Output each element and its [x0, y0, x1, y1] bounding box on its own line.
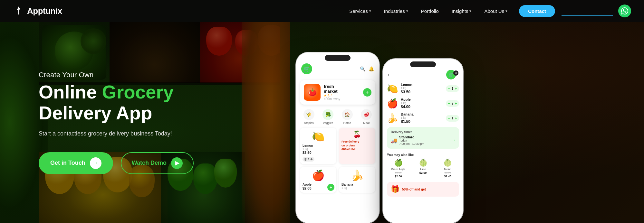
delivery-chevron-icon: ›	[454, 138, 455, 143]
nav-about[interactable]: About Us ▾	[479, 6, 513, 16]
search-icon: 🔍	[360, 66, 365, 71]
logo[interactable]: Apptunix	[13, 5, 62, 17]
nav-links: Services ▾ Industries ▾ Portfolio Insigh…	[344, 6, 513, 16]
delivery-box: Delivery time: 🚚 Standard Today 7:00 pm …	[387, 127, 459, 149]
banana-emoji: 🍌	[341, 169, 373, 181]
cart-items: 🍋 Lemon 1 kg $3.50 − 1 +	[383, 83, 463, 124]
phones-container: 🛒 🔍 🔔 🍅 freshmarket ★ 4.7 400m away +	[280, 22, 644, 223]
cta-row: Get in Touch → Watch Demo ▶	[39, 152, 261, 174]
hero-content: Create Your Own Online Grocery Delivery …	[0, 22, 280, 223]
product-grid: 🍋 Lemon 1 kg $3.50 🗑 1 ⊕ 🍒 Free delivery…	[296, 126, 379, 194]
lemon-emoji: 🍋	[303, 130, 334, 143]
pre-headline: Create Your Own	[39, 71, 261, 79]
banana-weight: 1 kg	[341, 186, 373, 190]
whatsapp-button[interactable]	[618, 5, 631, 17]
app-logo-icon: 🛒	[301, 63, 312, 74]
fresh-market-distance: 400m away	[324, 97, 360, 101]
fresh-market-img: 🍅	[304, 84, 321, 101]
phone-1-notch	[325, 55, 351, 61]
cart-item-lemon: 🍋 Lemon 1 kg $3.50 − 1 +	[387, 83, 459, 94]
category-staples[interactable]: 🌾 Staples	[303, 109, 314, 125]
phone-2-screen: ‹ 🛒 3 🍋 Lemon 1 kg $3.50	[383, 59, 463, 223]
nav-services[interactable]: Services ▾	[344, 6, 376, 16]
logo-text: Apptunix	[27, 6, 62, 16]
lemon-weight: 1 kg	[303, 147, 334, 151]
hero-section: Create Your Own Online Grocery Delivery …	[0, 0, 644, 223]
phone-1-screen: 🛒 🔍 🔔 🍅 freshmarket ★ 4.7 400m away +	[296, 52, 379, 223]
subtext: Start a contactless grocery delivery bus…	[39, 129, 261, 138]
fresh-market-card: 🍅 freshmarket ★ 4.7 400m away +	[300, 80, 375, 105]
product-promo: 🍒 Free deliveryon ordersabove $50	[339, 128, 375, 164]
cart-apple-img: 🍎	[387, 98, 398, 109]
also-like-title: You may also like	[387, 153, 459, 157]
phone-2-mockup: ‹ 🛒 3 🍋 Lemon 1 kg $3.50	[383, 59, 463, 223]
lemon-qty-control: − 1 +	[446, 85, 459, 92]
also-lime: 🍈 Lime $2.50	[412, 159, 435, 178]
promo-icon: 🍒	[341, 130, 373, 138]
cart-lemon-img: 🍋	[387, 83, 398, 94]
bottom-promo-text: 50% off and get	[402, 188, 426, 191]
get-in-touch-arrow-circle: →	[90, 157, 101, 169]
fresh-market-rating: ★ 4.7	[324, 94, 360, 97]
back-arrow-icon[interactable]: ‹	[388, 72, 389, 77]
also-melon: 🍈 Melon $3.00 $1.40	[436, 159, 459, 178]
phone-2-notch	[410, 61, 436, 67]
logo-icon	[13, 5, 24, 17]
search-input[interactable]	[562, 6, 613, 16]
cart-banana-img: 🍌	[387, 113, 398, 124]
whatsapp-icon	[621, 7, 628, 14]
category-home[interactable]: 🏠 Home	[342, 109, 353, 125]
nav-insights[interactable]: Insights ▾	[447, 6, 477, 16]
delivery-time-range: 7:00 pm - 10:30 pm	[399, 142, 424, 145]
get-in-touch-button[interactable]: Get in Touch →	[39, 152, 113, 174]
apple-add-button[interactable]: +	[327, 184, 334, 191]
headline-online: Online	[39, 81, 102, 102]
product-banana: 🍌 Banana 1 kg	[339, 167, 375, 193]
also-green-apple: 🍏 Green Apple $3.00 $2.00	[387, 159, 410, 178]
category-veggies[interactable]: 🥦 Veggies	[322, 109, 333, 125]
promo-text: Free deliveryon ordersabove $50	[341, 140, 373, 151]
bell-icon: 🔔	[369, 66, 374, 71]
headline: Online Grocery Delivery App	[39, 82, 261, 124]
contact-button[interactable]: Contact	[519, 5, 555, 17]
veggies-icon: 🥦	[322, 109, 333, 120]
cart-item-banana: 🍌 Banana 1 kg $1.50 − 1 +	[387, 112, 459, 124]
fresh-market-plus[interactable]: +	[363, 88, 371, 97]
nav-industries[interactable]: Industries ▾	[379, 6, 413, 16]
delivery-truck-icon: 🚚	[391, 137, 397, 144]
headline-line2: Delivery App	[39, 102, 152, 123]
product-lemon: 🍋 Lemon 1 kg $3.50 🗑 1 ⊕	[300, 128, 336, 164]
watch-demo-button[interactable]: Watch Demo ▶	[121, 152, 194, 174]
services-dropdown-arrow: ▾	[369, 9, 371, 13]
lemon-price: $3.50	[303, 151, 334, 154]
cart-banana-info: Banana 1 kg $1.50	[401, 112, 443, 124]
product-apple: 🍎 Apple $2.00 +	[300, 167, 336, 193]
also-like-section: You may also like 🍏 Green Apple $3.00 $2…	[383, 151, 463, 181]
banana-name: Banana	[341, 183, 373, 186]
about-dropdown-arrow: ▾	[505, 9, 507, 13]
banana-qty-control: − 1 +	[446, 115, 459, 122]
category-meat[interactable]: 🥩 Meat	[361, 109, 372, 125]
insights-dropdown-arrow: ▾	[469, 9, 471, 13]
delivery-label: Delivery time:	[391, 130, 455, 134]
lemon-qty-badge: 🗑 1 ⊕	[303, 157, 314, 162]
promo-gift-icon: 🎁	[391, 185, 399, 193]
apple-qty-control: − 2 +	[446, 100, 459, 107]
cart-badge: 3	[453, 70, 458, 76]
delivery-day: Today	[399, 139, 424, 142]
cart-item-apple: 🍎 Apple 1 kg $4.00 − 2 +	[387, 98, 459, 109]
fresh-market-name: freshmarket	[324, 84, 360, 94]
industries-dropdown-arrow: ▾	[406, 9, 408, 13]
watch-demo-play-circle: ▶	[171, 157, 183, 169]
app-header-icons: 🔍 🔔	[360, 66, 374, 71]
bottom-promo-banner: 🎁 50% off and get	[387, 182, 459, 197]
nav-portfolio[interactable]: Portfolio	[416, 6, 444, 16]
delivery-type: Standard	[399, 135, 424, 139]
staples-icon: 🌾	[303, 109, 314, 120]
cart-lemon-info: Lemon 1 kg $3.50	[401, 83, 443, 94]
home-icon: 🏠	[342, 109, 353, 120]
apple-emoji: 🍎	[303, 169, 334, 181]
delivery-row: 🚚 Standard Today 7:00 pm - 10:30 pm ›	[391, 135, 455, 145]
cart-apple-info: Apple 1 kg $4.00	[401, 98, 443, 109]
categories: 🌾 Staples 🥦 Veggies 🏠 Home 🥩 Meat	[296, 107, 379, 126]
